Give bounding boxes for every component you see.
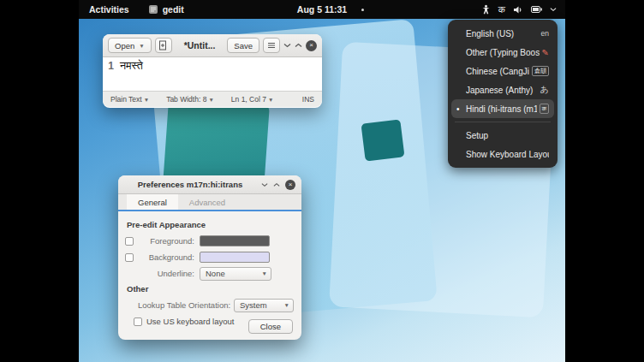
menu-button[interactable]: [263, 38, 280, 53]
tab-width-label: Tab Width: 8: [166, 95, 206, 104]
dialog-headerbar: Preferences m17n:hi:itrans ×: [118, 175, 301, 194]
chevron-down-icon: ▼: [144, 97, 149, 103]
selection-bullet: •: [456, 104, 463, 114]
editor-text: नमस्ते: [116, 57, 143, 91]
app-menu-label: gedit: [163, 4, 184, 15]
text-editor-area[interactable]: 1 नमस्ते: [103, 57, 322, 91]
gedit-app-icon: [148, 4, 158, 15]
battery-icon: [531, 6, 542, 13]
foreground-checkbox[interactable]: [125, 237, 134, 246]
us-keyboard-label: Use US keyboard layout: [146, 317, 234, 326]
maximize-button[interactable]: [295, 43, 302, 48]
menu-item-label: English (US): [466, 29, 539, 39]
preedit-section-title: Pre-edit Appearance: [127, 220, 293, 229]
menu-item-label: Hindi (hi-itrans (m17n)): [466, 104, 537, 114]
underline-label: Underline:: [138, 269, 200, 278]
chevron-down-icon: ▼: [208, 97, 213, 103]
minimize-button[interactable]: [283, 43, 291, 48]
save-button[interactable]: Save: [227, 38, 259, 53]
layout-badge: क: [540, 104, 549, 114]
open-button-label: Open: [115, 41, 134, 50]
background-row: Background:: [125, 249, 293, 265]
menu-item-typing-booster[interactable]: Other (Typing Booster) ✎: [451, 43, 554, 62]
menu-item-hindi[interactable]: • Hindi (hi-itrans (m17n)) क: [451, 99, 554, 118]
input-source-menu: English (US) en Other (Typing Booster) ✎…: [448, 20, 558, 168]
menu-item-label: Setup: [466, 131, 549, 140]
underline-value: None: [206, 269, 260, 278]
menu-item-setup[interactable]: Setup: [451, 126, 554, 145]
layout-badge: en: [541, 29, 549, 38]
menu-item-label: Japanese (Anthy): [466, 86, 538, 95]
menu-item-label: Show Keyboard Layout: [466, 150, 549, 159]
notification-dot: [361, 9, 364, 11]
typing-booster-icon: ✎: [542, 48, 549, 57]
volume-icon: [513, 5, 523, 15]
background-checkbox[interactable]: [125, 253, 134, 262]
menu-item-show-keyboard-layout[interactable]: Show Keyboard Layout: [451, 145, 554, 163]
open-button[interactable]: Open ▼: [108, 38, 152, 53]
accessibility-icon: [481, 4, 491, 15]
us-keyboard-checkbox[interactable]: [134, 317, 142, 326]
gedit-headerbar: Open ▼ *Untit... Save: [103, 34, 322, 57]
foreground-color-button[interactable]: [200, 235, 270, 246]
other-section-title: Other: [127, 284, 293, 294]
chevron-down-icon: ▼: [262, 270, 267, 276]
dialog-tabs: General Advanced: [118, 194, 301, 211]
foreground-row: Foreground:: [125, 233, 293, 249]
layout-badge: 倉頡: [532, 66, 549, 76]
lookup-orientation-value: System: [240, 300, 283, 310]
tab-advanced[interactable]: Advanced: [178, 194, 236, 210]
lookup-orientation-dropdown[interactable]: System ▼: [234, 299, 294, 312]
window-title: *Untit...: [176, 40, 224, 50]
lookup-row: Lookup Table Orientation: System ▼: [125, 297, 293, 313]
activities-button[interactable]: Activities: [79, 0, 140, 19]
keyboard-layout-indicator[interactable]: क: [498, 4, 505, 15]
system-status-area[interactable]: क: [478, 0, 560, 19]
lookup-orientation-label: Lookup Table Orientation:: [138, 300, 234, 310]
chevron-down-icon: ▼: [284, 302, 289, 308]
chevron-down-icon: ▼: [139, 43, 144, 49]
dialog-close-button[interactable]: Close: [248, 319, 293, 334]
cursor-position-label: Ln 1, Col 7: [231, 95, 266, 104]
menu-item-label: Other (Typing Booster): [466, 48, 540, 57]
desktop: Open ▼ *Untit... Save: [79, 0, 565, 362]
close-button[interactable]: ×: [285, 180, 295, 190]
new-document-button[interactable]: [155, 38, 172, 53]
menu-item-chinese[interactable]: Chinese (CangJie5) 倉頡: [451, 62, 554, 80]
background-color-button[interactable]: [200, 252, 270, 263]
gedit-window: Open ▼ *Untit... Save: [103, 34, 322, 108]
underline-row: Underline: None ▼: [125, 265, 293, 282]
cursor-position-dropdown[interactable]: Ln 1, Col 7 ▼: [231, 95, 274, 104]
menu-separator: [455, 122, 551, 122]
close-button[interactable]: ×: [306, 40, 317, 51]
layout-badge: あ: [540, 84, 549, 96]
tab-general[interactable]: General: [127, 194, 178, 210]
wallpaper-shape: [361, 119, 404, 161]
preferences-dialog: Preferences m17n:hi:itrans × General Adv…: [118, 175, 301, 340]
line-number: 1: [103, 57, 116, 91]
menu-item-english[interactable]: English (US) en: [451, 24, 554, 43]
dialog-close-label: Close: [260, 322, 281, 331]
chevron-down-icon: [550, 7, 557, 12]
tab-width-dropdown[interactable]: Tab Width: 8 ▼: [166, 95, 214, 104]
filetype-dropdown[interactable]: Plain Text ▼: [110, 95, 149, 104]
chevron-down-icon: ▼: [268, 97, 273, 103]
dialog-body: Pre-edit Appearance Foreground: Backgrou…: [118, 211, 301, 329]
hamburger-icon: [267, 42, 276, 49]
gedit-statusbar: Plain Text ▼ Tab Width: 8 ▼ Ln 1, Col 7 …: [103, 91, 322, 107]
save-button-label: Save: [234, 41, 253, 50]
background-label: Background:: [138, 252, 200, 262]
menu-item-japanese[interactable]: Japanese (Anthy) あ: [451, 80, 554, 99]
app-menu[interactable]: gedit: [140, 0, 193, 19]
top-bar: Activities gedit Aug 5 11:31 क: [79, 0, 565, 19]
dialog-title: Preferences m17n:hi:itrans: [118, 180, 262, 189]
minimize-button[interactable]: [261, 182, 268, 187]
menu-item-label: Chinese (CangJie5): [466, 67, 529, 76]
maximize-button[interactable]: [273, 182, 280, 187]
foreground-label: Foreground:: [138, 236, 200, 246]
insert-mode-label: INS: [302, 95, 314, 104]
new-document-icon: [158, 40, 168, 50]
underline-dropdown[interactable]: None ▼: [200, 267, 271, 281]
clock[interactable]: Aug 5 11:31: [297, 0, 347, 19]
filetype-label: Plain Text: [110, 95, 142, 104]
